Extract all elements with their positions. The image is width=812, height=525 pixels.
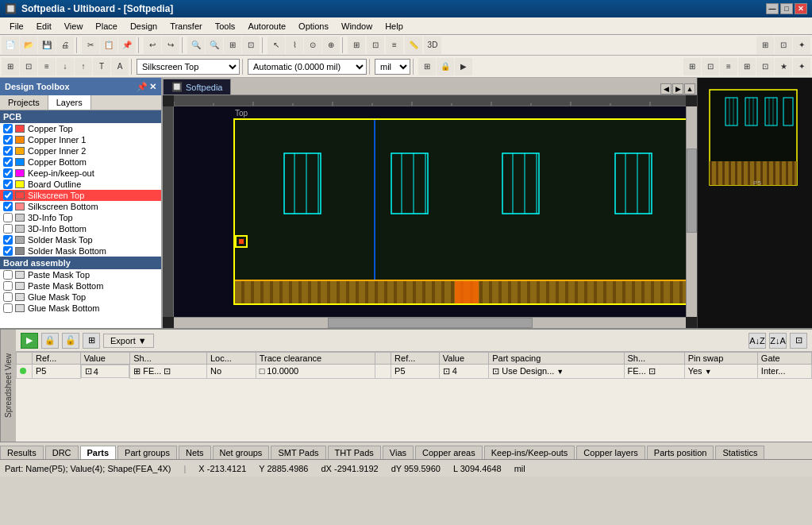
open-btn[interactable]: 📂 (20, 37, 37, 54)
view-btn2[interactable]: ⊡ (702, 58, 719, 75)
view-btn4[interactable]: ⊞ (738, 58, 756, 75)
tab-net-groups[interactable]: Net groups (213, 446, 270, 459)
tab-projects[interactable]: Projects (0, 95, 48, 110)
col-partspacing[interactable]: Part spacing (489, 353, 624, 365)
view-btn1[interactable]: ⊞ (683, 58, 701, 75)
export-button[interactable]: Export ▼ (103, 334, 154, 348)
snap-btn[interactable]: ⊡ (367, 37, 384, 54)
view-btn5[interactable]: ⊡ (756, 58, 774, 75)
paste-btn[interactable]: 📌 (118, 37, 136, 54)
layer-copper-top[interactable]: Copper Top (0, 123, 161, 134)
zoom-in-btn[interactable]: 🔍 (187, 37, 205, 54)
layer-board-outline[interactable]: Board Outline (0, 179, 161, 190)
extra2[interactable]: ⊡ (775, 37, 792, 54)
align-btn[interactable]: ≡ (386, 37, 403, 54)
col-pinswap[interactable]: Pin swap (684, 353, 757, 365)
tab-scroll-left[interactable]: ◀ (660, 83, 672, 95)
layer-paste-bottom[interactable]: Paste Mask Bottom (0, 280, 161, 291)
col-loc[interactable]: Loc... (206, 353, 256, 365)
coord-btn[interactable]: ⊞ (418, 58, 436, 75)
layer-keepin[interactable]: Keep-in/keep-out (0, 168, 161, 179)
pad-btn[interactable]: ⊕ (322, 37, 340, 54)
layer-paste-top[interactable]: Paste Mask Top (0, 269, 161, 280)
tab-drc[interactable]: DRC (45, 446, 79, 459)
col-value[interactable]: Value (80, 353, 129, 365)
save-btn[interactable]: 💾 (38, 37, 56, 54)
ss-grid-btn[interactable]: ⊞ (83, 333, 100, 349)
tab-parts-position[interactable]: Parts position (647, 446, 714, 459)
layer-solder-bottom[interactable]: Solder Mask Bottom (0, 245, 161, 257)
tab-nets[interactable]: Nets (179, 446, 211, 459)
col-ref[interactable]: Ref... (33, 353, 81, 365)
layer-3dinfo-bottom[interactable]: 3D-Info Bottom (0, 223, 161, 234)
layer-btn1[interactable]: ⊞ (2, 58, 19, 75)
layer-3dinfo-top[interactable]: 3D-Info Top (0, 212, 161, 223)
close-button[interactable]: ✕ (795, 3, 807, 14)
tab-copper-layers[interactable]: Copper layers (576, 446, 645, 459)
layer-btn7[interactable]: A (111, 58, 129, 75)
ss-go-btn[interactable]: ▶ (21, 333, 38, 349)
menu-view[interactable]: View (58, 20, 90, 33)
tab-results[interactable]: Results (0, 446, 44, 459)
tab-copper-areas[interactable]: Copper areas (415, 446, 483, 459)
zoom-fit-btn[interactable]: ⊞ (224, 37, 241, 54)
extra1[interactable]: ⊞ (756, 37, 774, 54)
menu-options[interactable]: Options (292, 20, 335, 33)
unit-select[interactable]: mil mm (375, 59, 410, 75)
extra3[interactable]: ✦ (793, 37, 810, 54)
redo-btn[interactable]: ↪ (162, 37, 179, 54)
tab-vias[interactable]: Vias (383, 446, 414, 459)
menu-file[interactable]: File (3, 20, 30, 33)
tab-statistics[interactable]: Statistics (715, 446, 764, 459)
print-btn[interactable]: 🖨 (56, 37, 74, 54)
ss-sort-za[interactable]: Z↓A (769, 333, 787, 349)
minimize-button[interactable]: — (766, 3, 779, 14)
col-gate[interactable]: Gate (757, 353, 811, 365)
table-row[interactable]: P5 ⊡ 4 ⊞ FE... ⊡ No □10.0000 P5 ⊡ 4 ⊡ (17, 365, 812, 379)
layer-copper-inner1[interactable]: Copper Inner 1 (0, 134, 161, 145)
maximize-button[interactable]: □ (780, 3, 793, 14)
new-btn[interactable]: 📄 (2, 37, 19, 54)
copy-btn[interactable]: 📋 (100, 37, 117, 54)
layer-silkscreen-bottom[interactable]: Silkscreen Bottom (0, 201, 161, 212)
menu-autoroute[interactable]: Autoroute (241, 20, 292, 33)
col-value2[interactable]: Value (439, 353, 488, 365)
col-shape[interactable]: Sh... (130, 353, 207, 365)
3d-btn[interactable]: 3D (424, 37, 441, 54)
layer-btn2[interactable]: ⊡ (20, 58, 37, 75)
zoom-out-btn[interactable]: 🔍 (206, 37, 223, 54)
menu-edit[interactable]: Edit (30, 20, 58, 33)
layer-solder-top[interactable]: Solder Mask Top (0, 234, 161, 245)
view-btn6[interactable]: ★ (775, 58, 792, 75)
tab-keepins[interactable]: Keep-ins/Keep-outs (484, 446, 575, 459)
lock-btn[interactable]: 🔒 (437, 58, 454, 75)
layer-glue-top[interactable]: Glue Mask Top (0, 291, 161, 303)
zoom-select-btn[interactable]: ⊡ (242, 37, 260, 54)
ss-lock-btn[interactable]: 🔒 (41, 333, 59, 349)
layer-copper-inner2[interactable]: Copper Inner 2 (0, 145, 161, 156)
cut-btn[interactable]: ✂ (82, 37, 99, 54)
layer-silkscreen-top[interactable]: Silkscreen Top (0, 190, 161, 201)
layer-select[interactable]: Silkscreen Top Copper Top Copper Bottom (137, 59, 240, 75)
col-ref2[interactable]: Ref... (391, 353, 440, 365)
tab-part-groups[interactable]: Part groups (117, 446, 177, 459)
col-trace[interactable]: Trace clearance (256, 353, 375, 365)
layer-btn3[interactable]: ≡ (38, 58, 56, 75)
route-btn[interactable]: ⌇ (286, 37, 303, 54)
col-shape2[interactable]: Sh... (624, 353, 684, 365)
menu-help[interactable]: Help (379, 20, 410, 33)
ss-filter[interactable]: ⊡ (790, 333, 807, 349)
tab-tht-pads[interactable]: THT Pads (328, 446, 381, 459)
tab-layers[interactable]: Layers (48, 95, 91, 110)
layer-btn5[interactable]: ↑ (75, 58, 92, 75)
layer-btn6[interactable]: T (93, 58, 110, 75)
menu-tools[interactable]: Tools (209, 20, 242, 33)
undo-btn[interactable]: ↩ (144, 37, 161, 54)
tab-scroll-right[interactable]: ▶ (672, 83, 683, 95)
h-scrollbar[interactable] (174, 317, 686, 328)
toolbox-pin[interactable]: 📌 (137, 82, 148, 92)
menu-place[interactable]: Place (89, 20, 124, 33)
canvas-tab-softpedia[interactable]: 🔲 Softpedia (163, 79, 231, 95)
tab-smt-pads[interactable]: SMT Pads (271, 446, 325, 459)
grid-btn[interactable]: ⊞ (348, 37, 365, 54)
